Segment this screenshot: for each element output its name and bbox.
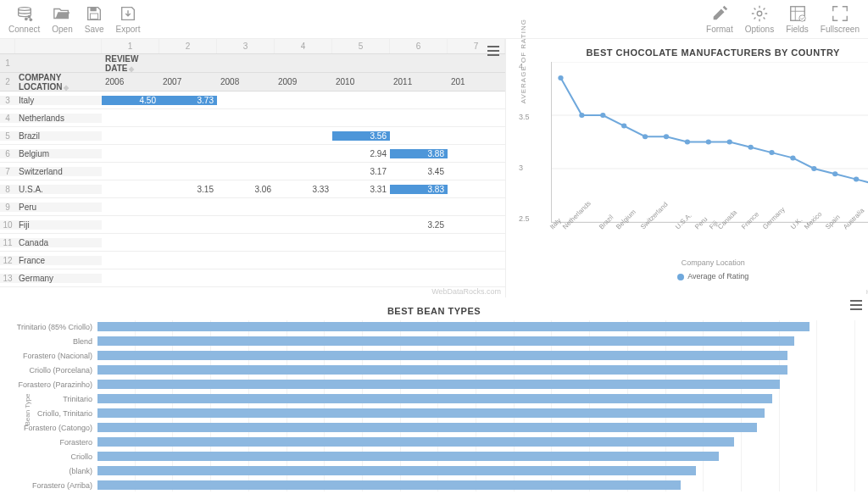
- hamburger-icon[interactable]: [849, 297, 864, 313]
- row-label[interactable]: Germany: [15, 274, 102, 283]
- bar[interactable]: [97, 466, 696, 475]
- cell[interactable]: 3.73: [159, 96, 217, 105]
- cell[interactable]: 3.25: [390, 220, 448, 230]
- cell[interactable]: 3.15: [159, 185, 217, 194]
- open-icon: [53, 4, 71, 23]
- bar[interactable]: [97, 394, 772, 403]
- cell[interactable]: 3.56: [332, 131, 390, 141]
- hamburger-icon[interactable]: [486, 43, 501, 58]
- year-header[interactable]: 2011: [390, 77, 448, 86]
- table-row: 6Belgium2.943.88: [0, 145, 505, 163]
- svg-point-17: [664, 134, 669, 139]
- year-header[interactable]: 2006: [102, 77, 159, 86]
- svg-point-12: [558, 75, 563, 80]
- table-row: 5Brazil3.56: [0, 127, 505, 145]
- svg-point-20: [727, 140, 732, 145]
- bar-row: Trinitario: [13, 392, 855, 405]
- year-header[interactable]: 201: [448, 77, 505, 86]
- year-header[interactable]: 2010: [332, 77, 390, 86]
- fields-button[interactable]: Fields: [786, 4, 809, 34]
- svg-point-25: [832, 171, 837, 176]
- bar-row: Forastero (Parazinho): [13, 378, 855, 391]
- pivot-grid[interactable]: 1234567 1REVIEW DATE◆ 2COMPANY LOCATION◆…: [0, 39, 506, 297]
- bar[interactable]: [97, 480, 681, 490]
- table-row: 9Peru: [0, 198, 505, 216]
- year-header[interactable]: 2007: [159, 77, 217, 86]
- cell[interactable]: 3.17: [332, 167, 390, 176]
- options-button[interactable]: Options: [745, 4, 774, 34]
- svg-point-26: [854, 177, 859, 182]
- fullscreen-button[interactable]: Fullscreen: [821, 4, 860, 34]
- svg-point-13: [579, 113, 584, 118]
- cell[interactable]: 3.88: [390, 149, 448, 158]
- year-header[interactable]: 2009: [275, 77, 332, 86]
- format-button[interactable]: Format: [706, 4, 733, 34]
- bar-row: Forastero (Nacional): [13, 349, 855, 362]
- row-label[interactable]: Fiji: [15, 220, 102, 230]
- bar[interactable]: [97, 408, 765, 418]
- export-button[interactable]: Export: [116, 4, 141, 34]
- bar-row: Forastero (Catongo): [13, 421, 855, 434]
- chart-title: BEST BEAN TYPES: [13, 306, 855, 316]
- bar[interactable]: [97, 351, 787, 360]
- svg-point-24: [811, 166, 816, 171]
- row-label[interactable]: France: [15, 256, 102, 265]
- bar[interactable]: [97, 423, 757, 432]
- row-label[interactable]: Switzerland: [15, 167, 102, 176]
- bar[interactable]: [97, 452, 719, 461]
- row-label[interactable]: Italy: [15, 96, 102, 105]
- svg-point-14: [600, 113, 605, 118]
- cell[interactable]: 2.94: [332, 149, 390, 158]
- table-row: 4Netherlands: [0, 109, 505, 127]
- row-label[interactable]: Brazil: [15, 131, 102, 141]
- fullscreen-icon: [831, 4, 849, 23]
- row-label[interactable]: Netherlands: [15, 114, 102, 123]
- svg-point-22: [769, 150, 774, 155]
- row-label[interactable]: Canada: [15, 238, 102, 247]
- row-label[interactable]: U.S.A.: [15, 185, 102, 194]
- export-icon: [119, 4, 137, 23]
- bar-chart-panel: BEST BEAN TYPES Bean Type Trinitario (85…: [0, 297, 868, 494]
- bar[interactable]: [97, 437, 734, 447]
- bar[interactable]: [97, 380, 780, 389]
- open-button[interactable]: Open: [52, 4, 72, 34]
- row-label[interactable]: Belgium: [15, 149, 102, 158]
- chart-title: BEST CHOCOLATE MANUFACTURERS BY COUNTRY: [515, 47, 868, 58]
- svg-rect-3: [91, 8, 97, 12]
- svg-rect-4: [91, 14, 98, 19]
- cell[interactable]: 3.33: [275, 185, 332, 194]
- cell[interactable]: 3.45: [390, 167, 448, 176]
- table-row: 3Italy4.503.73: [0, 92, 505, 109]
- bar-row: Forastero: [13, 436, 855, 448]
- bar-row: Blend: [13, 335, 855, 347]
- svg-point-5: [757, 11, 762, 16]
- company-location-header[interactable]: COMPANY LOCATION◆: [15, 73, 102, 92]
- review-date-header[interactable]: REVIEW DATE◆: [102, 54, 159, 73]
- table-row: 8U.S.A.3.153.063.333.313.83: [0, 180, 505, 198]
- bar-row: Forastero (Arriba): [13, 479, 855, 491]
- cell[interactable]: 4.50: [102, 96, 159, 105]
- bar-row: Trinitario (85% Criollo): [13, 320, 855, 333]
- format-icon: [710, 4, 729, 23]
- cell[interactable]: 3.06: [217, 185, 275, 194]
- save-icon: [85, 4, 103, 23]
- connect-button[interactable]: Connect: [8, 4, 40, 34]
- cell[interactable]: 3.83: [390, 185, 448, 194]
- cell[interactable]: 3.31: [332, 185, 390, 194]
- bar-row: Criollo, Trinitario: [13, 407, 855, 419]
- bar-row: (blank): [13, 464, 855, 477]
- fields-icon: [788, 4, 807, 23]
- line-chart-panel: BEST CHOCOLATE MANUFACTURERS BY COUNTRY …: [506, 39, 868, 297]
- save-button[interactable]: Save: [85, 4, 104, 34]
- svg-point-15: [621, 124, 626, 129]
- year-header[interactable]: 2008: [217, 77, 275, 86]
- svg-point-18: [685, 140, 690, 145]
- bar[interactable]: [97, 365, 787, 375]
- legend[interactable]: Average of Rating: [515, 272, 868, 280]
- options-icon: [750, 4, 769, 23]
- bar[interactable]: [97, 322, 810, 331]
- row-label[interactable]: Peru: [15, 203, 102, 212]
- bar-row: Criollo (Porcelana): [13, 364, 855, 376]
- table-row: 12France: [0, 252, 505, 269]
- bar[interactable]: [97, 336, 794, 346]
